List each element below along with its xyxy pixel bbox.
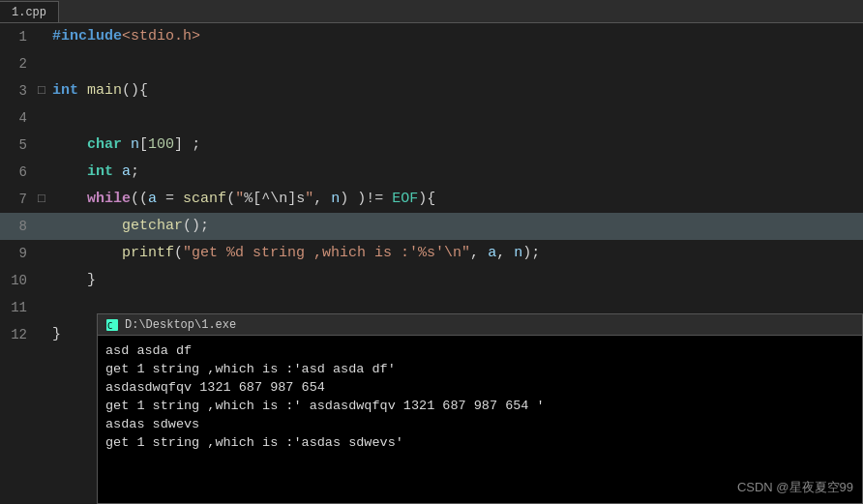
line-number-12: 12	[0, 321, 35, 348]
watermark: CSDN @星夜夏空99	[737, 479, 853, 496]
terminal-line-5: asdas sdwevs	[105, 415, 854, 433]
line-number-11: 11	[0, 294, 35, 321]
terminal-container: C D:\Desktop\1.exe asd asda df get 1 str…	[97, 313, 863, 504]
terminal-line-6: get 1 string ,which is :'asdas sdwevs'	[105, 433, 854, 452]
line-number-5: 5	[0, 132, 35, 159]
code-line-9: 9 printf("get %d string ,which is :'%s'\…	[0, 240, 863, 267]
code-content-10: }	[48, 267, 96, 294]
code-content-5: char n[100] ;	[48, 132, 200, 159]
line-number-9: 9	[0, 240, 35, 267]
terminal-title-text: D:\Desktop\1.exe	[125, 318, 236, 332]
code-content-12: }	[48, 321, 61, 348]
code-content-1: #include<stdio.h>	[48, 23, 200, 50]
line-number-10: 10	[0, 267, 35, 294]
code-line-2: 2	[0, 50, 863, 77]
terminal-icon: C	[105, 318, 119, 332]
code-line-10: 10 }	[0, 267, 863, 294]
svg-text:C: C	[107, 321, 112, 331]
terminal-icon-svg: C	[105, 318, 119, 332]
code-content-8: getchar();	[48, 213, 209, 240]
line-number-2: 2	[0, 50, 35, 77]
line-number-1: 1	[0, 23, 35, 50]
code-line-3: 3 □ int main(){	[0, 77, 863, 104]
line-number-3: 3	[0, 77, 35, 104]
watermark-text: CSDN @星夜夏空99	[737, 480, 853, 494]
code-line-7: 7 □ while((a = scanf("%[^\n]s", n) )!= E…	[0, 186, 863, 213]
code-content-6: int a;	[48, 159, 139, 186]
code-line-8: 8 getchar();	[0, 213, 863, 240]
terminal-body: asd asda df get 1 string ,which is :'asd…	[98, 336, 862, 458]
line-number-4: 4	[0, 104, 35, 132]
line-number-7: 7	[0, 186, 35, 213]
code-content-3: int main(){	[48, 77, 148, 104]
tab-label: 1.cpp	[12, 6, 46, 19]
code-line-6: 6 int a;	[0, 159, 863, 186]
terminal-line-1: asd asda df	[105, 341, 854, 360]
code-content-7: while((a = scanf("%[^\n]s", n) )!= EOF){	[48, 186, 435, 213]
code-area: 1 #include<stdio.h> 2 3 □ int main(){ 4 …	[0, 23, 863, 504]
code-line-4: 4	[0, 104, 863, 132]
terminal-title-bar: C D:\Desktop\1.exe	[98, 314, 862, 336]
terminal-line-4: get 1 string ,which is :' asdasdwqfqv 13…	[105, 397, 854, 415]
code-line-5: 5 char n[100] ;	[0, 132, 863, 159]
line-number-8: 8	[0, 213, 35, 240]
tab-cpp[interactable]: 1.cpp	[0, 1, 59, 22]
tab-bar: 1.cpp	[0, 0, 863, 23]
code-line-1: 1 #include<stdio.h>	[0, 23, 863, 50]
terminal-line-3: asdasdwqfqv 1321 687 987 654	[105, 378, 854, 397]
code-content-9: printf("get %d string ,which is :'%s'\n"…	[48, 240, 540, 267]
terminal-line-2: get 1 string ,which is :'asd asda df'	[105, 360, 854, 378]
line-number-6: 6	[0, 159, 35, 186]
